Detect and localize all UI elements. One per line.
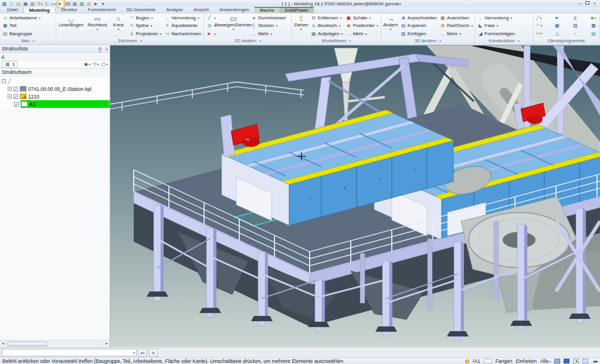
aendern-button[interactable]: Ändern▾ [383, 14, 398, 38]
layer-utility-icon[interactable] [591, 31, 596, 36]
angle-utility-icon[interactable] [536, 30, 542, 36]
group-label-neu[interactable]: Neu [0, 38, 56, 45]
visibility-checkbox[interactable]: ✓ [13, 87, 18, 91]
group-label-3d-aendern[interactable]: 3D ändern [381, 38, 474, 45]
tree-row-a1[interactable]: ✓ A1 [0, 100, 110, 108]
table-utility-icon[interactable] [554, 23, 560, 28]
baugruppe-button[interactable]: Baugruppe [2, 30, 54, 37]
grid-snap-icon[interactable] [582, 359, 588, 363]
tab-analyse[interactable]: Analyse [161, 6, 188, 13]
projizieren-button[interactable]: Projizieren [128, 30, 162, 37]
restore-button[interactable] [584, 1, 590, 6]
status-value-box[interactable] [484, 359, 492, 363]
viewport-3d[interactable] [110, 45, 600, 347]
sketch-utility-icon[interactable] [536, 15, 542, 21]
kreis-button[interactable]: Kreis▾ [110, 14, 126, 38]
toolbar-options-icon[interactable] [100, 1, 106, 7]
select-mode-icon[interactable] [93, 1, 99, 7]
image-capture-icon[interactable] [79, 1, 85, 7]
viewport-layout-icon[interactable] [554, 359, 560, 363]
stutzen-button[interactable]: Stutzen [250, 22, 287, 29]
expand-icon[interactable]: + [8, 87, 12, 91]
filter-icon[interactable]: ▽ [93, 62, 99, 67]
pin-icon[interactable] [99, 47, 101, 50]
bewegen-dehnen-button[interactable]: Bewegen/Dehnen▾ [218, 14, 249, 38]
mehr-2d-button[interactable]: Mehr [250, 30, 287, 37]
tree-row-1210[interactable]: + ✓ 1210 [0, 93, 110, 100]
group-label-modellieren[interactable]: Modellieren [292, 38, 381, 45]
command-enter-icon[interactable]: ↵ [138, 349, 147, 357]
viewport-utility-icon[interactable] [591, 15, 596, 21]
command-input[interactable]: ▾ [2, 349, 137, 356]
grid-utility-icon[interactable] [591, 23, 596, 28]
tab-ansicht[interactable]: Ansicht [188, 6, 214, 13]
tab-bleche[interactable]: Bleche [255, 6, 279, 13]
group-label-zeichnen[interactable]: Zeichnen [56, 38, 204, 45]
tab-formelement[interactable]: Formelement [83, 6, 121, 13]
tree-root-row[interactable]: − ╱ [0, 77, 110, 85]
shade-utility-icon[interactable] [572, 23, 578, 28]
curve-utility-icon[interactable] [536, 23, 542, 29]
triangle-utility-icon[interactable] [554, 31, 560, 36]
spline-button[interactable]: Spline [128, 22, 162, 29]
rad-durch-button[interactable]: Rad/Durch [439, 22, 473, 29]
pointer-utility-icon[interactable] [554, 15, 560, 21]
ausschneiden-button[interactable]: Ausschneiden [400, 15, 438, 22]
tab-struktur[interactable]: Struktur [56, 6, 83, 13]
tab-datei[interactable]: Datei [2, 6, 23, 13]
aequidistante-button[interactable]: Äquidistante [164, 22, 202, 29]
show-structure-icon[interactable] [564, 359, 570, 363]
panel-horizontal-scrollbar[interactable]: ◄ ► [0, 340, 110, 347]
2d-mode-button[interactable]: 2D [65, 1, 71, 7]
structure-tab-1[interactable]: 1 [2, 61, 18, 68]
formschraegen-button[interactable]: Formschrägen [477, 30, 531, 37]
tab-solidpower[interactable]: SolidPower [280, 6, 314, 13]
redo-icon[interactable] [43, 1, 50, 7]
verrundung-3d-button[interactable]: Verrundung [477, 15, 531, 22]
tab-anwendungen[interactable]: Anwendungen [214, 6, 255, 13]
scroll-thumb[interactable] [8, 342, 48, 346]
visibility-checkbox[interactable]: ✓ [14, 102, 19, 107]
camera-icon[interactable] [72, 1, 78, 7]
previous-view-icon[interactable]: ◄ [573, 359, 579, 363]
command-cancel-icon[interactable]: × [149, 349, 158, 357]
pane-splitter-icon[interactable]: ◄► [592, 359, 598, 363]
selection-scope-dropdown[interactable]: Alle [540, 358, 551, 364]
verrundung-2d-button[interactable]: Verrundung [164, 15, 202, 22]
durchmesser-button[interactable]: Durchmesser [250, 15, 287, 22]
aufpraegen-button[interactable]: Aufprägen [310, 30, 344, 37]
measure-utility-icon[interactable] [572, 15, 578, 21]
box-utility-icon[interactable] [572, 31, 578, 36]
tab-modeling[interactable]: Modeling [23, 6, 56, 13]
scroll-right-icon[interactable]: ► [103, 341, 110, 347]
direction-edit-button[interactable] [206, 30, 216, 37]
view-options-icon[interactable]: ▢ [101, 62, 108, 67]
shaded-view-icon[interactable] [57, 0, 64, 8]
line-edit-button[interactable] [206, 15, 216, 22]
group-label-2d-aendern[interactable]: 2D ändern [204, 38, 291, 45]
kopieren-button[interactable]: Kopieren [400, 22, 438, 29]
entfernen-button[interactable]: Entfernen [310, 15, 344, 22]
search-icon[interactable]: ◉ [84, 62, 90, 67]
group-label-konstruktion[interactable]: Konstruktion [475, 38, 533, 45]
units-button[interactable]: Einheiten [516, 358, 536, 364]
snap-button[interactable]: Fangen [496, 358, 513, 364]
teil-button[interactable]: Teil [2, 22, 54, 29]
linie-bogen-button[interactable]: Linie/Bogen [58, 14, 84, 38]
collapse-icon[interactable]: − [2, 79, 6, 83]
close-button[interactable]: × [592, 1, 598, 6]
undo-icon[interactable] [36, 1, 43, 7]
mehr-3d-button[interactable]: Mehr [439, 30, 473, 37]
open-file-icon[interactable] [15, 1, 22, 7]
print-preview-icon[interactable] [29, 1, 36, 7]
ziehen-button[interactable]: Ziehen▾ [294, 14, 309, 38]
rechteck-button[interactable]: Rechteck▾ [86, 14, 109, 38]
visibility-checkbox[interactable]: ✓ [13, 94, 18, 99]
tree-row-estation[interactable]: + ✓ 0741.00.00.00_E-Station-kpl [0, 85, 110, 93]
positionieren-button[interactable]: Positionier [345, 22, 379, 29]
new-file-icon[interactable] [8, 1, 15, 7]
structure-filter-icon[interactable]: ◭ [1, 53, 5, 59]
minimize-button[interactable]: — [577, 1, 582, 6]
panel-close-icon[interactable]: × [105, 46, 108, 52]
fase-button[interactable]: Fase [477, 22, 531, 29]
